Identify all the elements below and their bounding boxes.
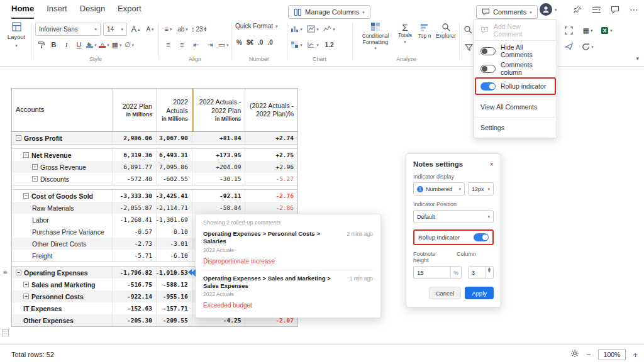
value-cell[interactable]: +204.09 xyxy=(192,161,245,173)
send-icon[interactable] xyxy=(563,40,575,53)
wrap-text-button[interactable]: ab▾ xyxy=(177,23,189,35)
account-cell[interactable]: Raw Materials xyxy=(12,202,112,214)
table-row-net-revenue[interactable]: −Net Revenue6,319.366,493.31+173.95+2.75 xyxy=(12,149,297,161)
value-cell[interactable]: -955.16 xyxy=(156,290,192,302)
menu-item-settings[interactable]: Settings xyxy=(474,119,557,136)
value-cell[interactable]: 6,891.77 xyxy=(112,161,156,173)
underline-button[interactable]: U xyxy=(73,38,85,51)
row-height-stepper[interactable]: ↕23▴▾ xyxy=(191,23,206,35)
footnote-height-input[interactable]: 15 % xyxy=(413,266,462,279)
value-cell[interactable]: -2.73 xyxy=(112,238,156,250)
value-cell[interactable]: 7,095.86 xyxy=(156,161,192,173)
refresh-button[interactable]: ▾ xyxy=(582,40,594,53)
zoom-level[interactable]: 100% xyxy=(598,349,626,360)
value-cell[interactable]: -1,796.82 xyxy=(112,267,156,279)
decrease-font-button[interactable]: A▾ xyxy=(144,23,156,36)
account-cell[interactable]: +Sales and Marketing xyxy=(12,279,112,290)
toggle-rollup-indicator[interactable] xyxy=(480,82,496,91)
account-cell[interactable]: +Personnel Costs xyxy=(12,290,112,302)
indicator-position-select[interactable]: Default ▾ xyxy=(413,210,494,223)
layout-button[interactable]: Layout ▾ xyxy=(4,22,29,49)
table-drag-handle-icon[interactable]: ∷ xyxy=(2,329,9,336)
explorer-button[interactable]: Explorer xyxy=(435,23,457,40)
value-cell[interactable]: -1,301.69 xyxy=(156,214,192,226)
value-cell[interactable]: -922.14 xyxy=(112,290,156,302)
indent-decrease-icon[interactable]: ⇤ xyxy=(190,38,202,51)
bold-button[interactable]: B xyxy=(48,38,60,51)
comment-icon[interactable] xyxy=(610,4,620,14)
value-cell[interactable]: -572.40 xyxy=(112,173,156,185)
user-avatar[interactable]: ▾ xyxy=(540,3,557,16)
value-cell[interactable]: +81.84 xyxy=(192,132,245,144)
expand-icon[interactable]: + xyxy=(32,164,38,170)
filter-icon[interactable] xyxy=(465,43,473,54)
value-cell[interactable]: -5.71 xyxy=(112,250,156,262)
account-cell[interactable]: −Operating Expenses xyxy=(12,267,112,279)
value-cell[interactable]: -30.15 xyxy=(192,173,245,185)
value-cell[interactable]: -588.12 xyxy=(156,279,192,290)
value-cell[interactable]: +2.74 xyxy=(245,132,297,144)
column-header-accounts[interactable]: Accounts xyxy=(12,89,112,131)
account-cell[interactable]: −Cost of Goods Sold xyxy=(12,190,112,202)
rolled-up-comment[interactable]: Operating Expenses > Personnel Costs > S… xyxy=(203,226,373,270)
pin-icon[interactable] xyxy=(572,4,582,14)
rolled-up-comment[interactable]: Operating Expenses > Sales and Marketing… xyxy=(203,270,373,314)
column-header-2022-plan[interactable]: 2022 Planin Millions xyxy=(112,89,156,131)
account-cell[interactable]: Other Expenses xyxy=(12,314,112,326)
account-cell[interactable]: Freight xyxy=(12,250,112,262)
table-row-gross-revenue[interactable]: +Gross Revenue6,891.777,095.86+204.09+2.… xyxy=(12,161,297,173)
value-cell[interactable]: -1,910.53 xyxy=(156,267,192,279)
zoom-out-button[interactable]: − xyxy=(586,350,591,360)
menu-item-add-new-comment[interactable]: Add New Comment xyxy=(474,21,557,39)
value-cell[interactable]: -2,055.87 xyxy=(112,202,156,214)
value-cell[interactable]: -152.63 xyxy=(112,302,156,314)
font-size-select[interactable]: 14▾ xyxy=(103,23,127,36)
apply-button[interactable]: Apply xyxy=(465,287,494,299)
value-cell[interactable]: -205.30 xyxy=(112,314,156,326)
value-cell[interactable]: -3.01 xyxy=(156,238,192,250)
zoom-in-button[interactable]: + xyxy=(633,350,638,360)
table-row-cost-of-goods-sold[interactable]: −Cost of Goods Sold-3,333.30-3,425.41-92… xyxy=(12,190,297,202)
menu-item-rollup-indicator[interactable]: Rollup indicator xyxy=(474,77,557,95)
value-cell[interactable]: 2,986.06 xyxy=(112,132,156,144)
indicator-size-select[interactable]: 12px ▾ xyxy=(468,182,494,196)
account-cell[interactable]: Labor xyxy=(12,214,112,226)
totals-button[interactable]: Σ Totals ▾ xyxy=(396,23,414,45)
row-drag-icon[interactable]: ≡ xyxy=(3,268,7,276)
fill-color-button[interactable]: ▾ xyxy=(86,38,97,51)
value-cell[interactable]: -58.84 xyxy=(192,202,245,214)
cancel-button[interactable]: Cancel xyxy=(429,287,462,299)
top-n-button[interactable]: Top n xyxy=(416,23,433,40)
collapse-icon[interactable]: − xyxy=(23,152,29,158)
format-painter-icon[interactable] xyxy=(35,38,47,51)
align-left-icon[interactable]: ≡ xyxy=(162,38,174,51)
increase-decimals-button[interactable]: .0 xyxy=(267,39,272,46)
value-cell[interactable]: 6,493.31 xyxy=(156,149,192,161)
value-cell[interactable]: 3,067.90 xyxy=(156,132,192,144)
gear-icon[interactable] xyxy=(570,349,579,360)
increase-font-button[interactable]: A▴ xyxy=(130,23,142,36)
shape-button[interactable]: ▭▾ xyxy=(218,38,230,51)
decimal-display-button[interactable]: 1.2 xyxy=(323,38,335,51)
indicator-type-select[interactable]: 1Numbered ▾ xyxy=(413,182,465,196)
column-header--2022-actuals-2022-plan-[interactable]: (2022 Actuals - 2022 Plan)% xyxy=(245,89,297,131)
variance-button[interactable]: ▾ xyxy=(307,38,319,51)
menu-item-hide-all-comments[interactable]: Hide All Comments xyxy=(474,42,557,60)
tab-export[interactable]: Export xyxy=(118,0,142,19)
more-icon[interactable]: ⋯ xyxy=(629,4,639,14)
value-cell[interactable]: -3,333.30 xyxy=(112,190,156,202)
expand-icon[interactable]: + xyxy=(23,294,29,299)
account-cell[interactable]: +Gross Revenue xyxy=(12,161,112,173)
font-family-select[interactable]: Inforiver Sans▾ xyxy=(35,23,101,36)
account-cell[interactable]: +Discounts xyxy=(12,173,112,185)
collapse-ribbon-icon[interactable]: ▾ xyxy=(636,55,639,62)
align-center-icon[interactable]: ≡ xyxy=(176,38,188,51)
account-cell[interactable]: Other Direct Costs xyxy=(12,238,112,250)
tab-home[interactable]: Home xyxy=(11,0,34,19)
value-cell[interactable]: -157.71 xyxy=(156,302,192,314)
collapse-icon[interactable]: − xyxy=(16,270,21,275)
value-cell[interactable]: +2.96 xyxy=(245,161,297,173)
account-cell[interactable]: −Gross Profit xyxy=(12,132,112,144)
value-cell[interactable]: +2.75 xyxy=(245,149,297,161)
toggle-hide-all-comments[interactable] xyxy=(480,47,496,55)
